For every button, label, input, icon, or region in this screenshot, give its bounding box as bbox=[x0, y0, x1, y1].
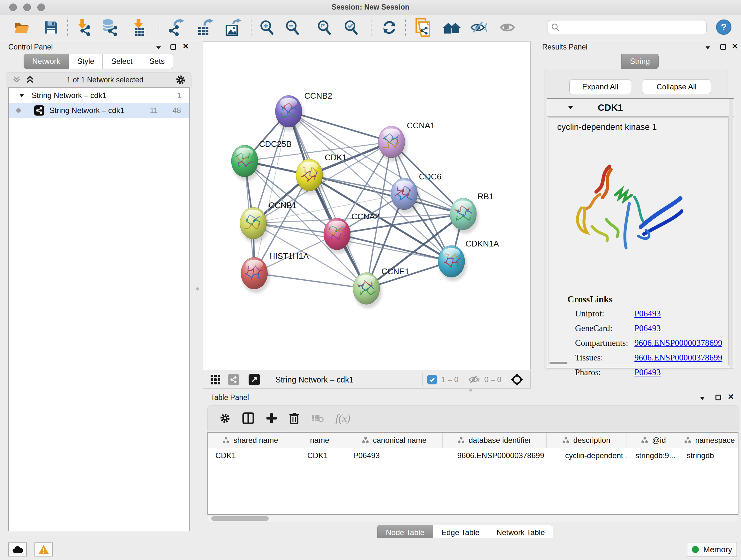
import-network-database-icon[interactable] bbox=[100, 17, 119, 37]
column-header[interactable]: shared name bbox=[208, 433, 293, 448]
refresh-icon[interactable] bbox=[380, 17, 399, 37]
column-header[interactable]: @id bbox=[626, 433, 681, 448]
delete-column-icon[interactable] bbox=[289, 412, 300, 424]
column-header[interactable]: namespace bbox=[681, 433, 738, 448]
export-network-icon[interactable] bbox=[166, 17, 186, 37]
warnings-button[interactable] bbox=[35, 543, 53, 557]
tab-string[interactable]: String bbox=[621, 54, 659, 69]
card-hscroll-thumb[interactable] bbox=[549, 362, 567, 364]
netbar-separator bbox=[506, 373, 506, 386]
show-all-icon[interactable] bbox=[498, 17, 517, 37]
table-panel-title: Table Panel bbox=[211, 393, 249, 402]
close-panel-icon[interactable]: ✕ bbox=[183, 43, 189, 50]
table-panel: Table Panel ✕ f(x) shared name name cano… bbox=[204, 391, 741, 538]
main-toolbar: ? bbox=[0, 15, 741, 40]
tab-select[interactable]: Select bbox=[103, 54, 141, 69]
expand-all-networks-icon[interactable] bbox=[25, 75, 35, 84]
collapse-all-networks-icon[interactable] bbox=[12, 75, 21, 84]
table-header-row: shared name name canonical name database… bbox=[208, 433, 738, 448]
crosslink-pharos-link[interactable]: P06493 bbox=[634, 368, 661, 377]
zoom-selected-icon[interactable] bbox=[341, 17, 360, 37]
birds-eye-view-icon[interactable] bbox=[511, 373, 523, 386]
help-button[interactable]: ? bbox=[716, 19, 731, 35]
column-header[interactable]: name bbox=[293, 433, 346, 448]
node-card-header[interactable]: CDK1 bbox=[547, 99, 734, 117]
export-image-icon[interactable] bbox=[224, 17, 243, 37]
network-node-label: CDK1 bbox=[325, 153, 347, 162]
network-node-label: CCNE1 bbox=[381, 267, 409, 276]
save-session-icon[interactable] bbox=[42, 17, 61, 37]
tab-sets[interactable]: Sets bbox=[141, 54, 173, 69]
clone-network-icon[interactable] bbox=[413, 17, 432, 37]
cell-database-identifier[interactable]: 9606.ENSP00000378699 bbox=[443, 448, 547, 463]
cloud-button[interactable] bbox=[8, 543, 27, 557]
collapse-all-button[interactable]: Collapse All bbox=[642, 79, 711, 94]
table-hscrollbar[interactable] bbox=[207, 515, 738, 522]
float-panel-icon[interactable] bbox=[716, 395, 721, 400]
table-options-gear-icon[interactable] bbox=[219, 413, 231, 424]
network-view-title: String Network – cdk1 bbox=[275, 375, 354, 384]
export-table-icon[interactable] bbox=[196, 17, 215, 37]
table-hscroll-thumb[interactable] bbox=[211, 516, 269, 521]
table-row[interactable]: CDK1 CDK1 P06493 9606.ENSP00000378699 cy… bbox=[208, 448, 738, 463]
zoom-in-icon[interactable] bbox=[257, 17, 276, 37]
zoom-out-icon[interactable] bbox=[283, 17, 302, 37]
card-vscroll-track[interactable] bbox=[729, 99, 733, 368]
panel-menu-icon[interactable] bbox=[699, 396, 705, 400]
crosslink-uniprot-link[interactable]: P06493 bbox=[634, 309, 661, 319]
netbar-separator bbox=[244, 373, 244, 386]
network-view-icon[interactable] bbox=[228, 374, 239, 385]
network-node-label: CDC25B bbox=[259, 139, 292, 148]
zoom-fit-icon[interactable] bbox=[315, 17, 334, 37]
tab-style[interactable]: Style bbox=[69, 54, 103, 69]
network-options-gear-icon[interactable] bbox=[175, 74, 186, 85]
cell-shared-name[interactable]: CDK1 bbox=[208, 448, 293, 463]
network-graph[interactable]: CCNB2CCNA1CDC25BCDK1CDC6RB1CCNB1CCNA2CDK… bbox=[203, 42, 530, 370]
crosslink-compartments-link[interactable]: 9606.ENSP00000378699 bbox=[634, 338, 722, 348]
cell-canonical-name[interactable]: P06493 bbox=[346, 448, 443, 463]
detach-view-icon[interactable] bbox=[249, 374, 260, 385]
cell-description[interactable]: cyclin-dependent ... bbox=[547, 448, 626, 463]
panel-menu-icon[interactable] bbox=[156, 46, 161, 50]
network-node-count: 11 bbox=[150, 106, 158, 115]
network-view-toolbar: String Network – cdk1 1 – 0 0 – 0 bbox=[203, 371, 531, 388]
search-box[interactable] bbox=[548, 20, 706, 34]
import-network-file-icon[interactable] bbox=[73, 17, 92, 37]
tab-network[interactable]: Network bbox=[23, 54, 69, 69]
card-expander-icon[interactable] bbox=[568, 106, 573, 110]
vertical-splitter-handle[interactable] bbox=[196, 287, 199, 291]
crosslink-tissues-link[interactable]: 9606.ENSP00000378699 bbox=[634, 353, 722, 363]
toolbar-separator bbox=[251, 17, 252, 37]
column-header[interactable]: canonical name bbox=[346, 433, 443, 448]
memory-button[interactable]: Memory bbox=[687, 542, 737, 557]
cell-namespace[interactable]: stringdb bbox=[681, 448, 738, 463]
cell-name[interactable]: CDK1 bbox=[293, 448, 346, 463]
netbar-separator bbox=[422, 373, 423, 386]
selected-checkbox-icon[interactable] bbox=[427, 375, 437, 384]
network-collection-row[interactable]: String Network – cdk1 1 bbox=[9, 88, 189, 103]
title-bar: Session: New Session bbox=[0, 0, 741, 15]
import-table-file-icon[interactable] bbox=[130, 17, 149, 37]
expand-all-button[interactable]: Expand All bbox=[569, 79, 631, 94]
close-panel-icon[interactable]: ✕ bbox=[732, 43, 738, 50]
open-session-icon[interactable] bbox=[12, 17, 31, 37]
network-row[interactable]: String Network – cdk1 11 48 bbox=[9, 103, 189, 118]
create-column-icon[interactable] bbox=[266, 413, 277, 424]
cell-id[interactable]: stringdb:9... bbox=[626, 448, 681, 463]
grid-view-icon[interactable] bbox=[210, 374, 221, 385]
hide-selected-icon[interactable] bbox=[469, 17, 488, 37]
float-panel-icon[interactable] bbox=[171, 44, 176, 50]
show-columns-icon[interactable] bbox=[242, 412, 254, 424]
crosslink-genecard-link[interactable]: P06493 bbox=[634, 323, 661, 333]
warning-icon bbox=[38, 545, 49, 554]
collection-expander-icon[interactable] bbox=[19, 94, 24, 97]
float-panel-icon[interactable] bbox=[720, 44, 726, 50]
network-canvas[interactable]: CCNB2CCNA1CDC25BCDK1CDC6RB1CCNB1CCNA2CDK… bbox=[203, 42, 531, 370]
column-header[interactable]: description bbox=[547, 433, 626, 448]
search-input[interactable] bbox=[562, 23, 703, 32]
column-header[interactable]: database identifier bbox=[443, 433, 547, 448]
panel-menu-icon[interactable] bbox=[705, 46, 711, 50]
first-neighbors-icon[interactable] bbox=[442, 17, 461, 37]
delete-table-icon bbox=[311, 414, 324, 423]
close-panel-icon[interactable]: ✕ bbox=[728, 393, 734, 400]
